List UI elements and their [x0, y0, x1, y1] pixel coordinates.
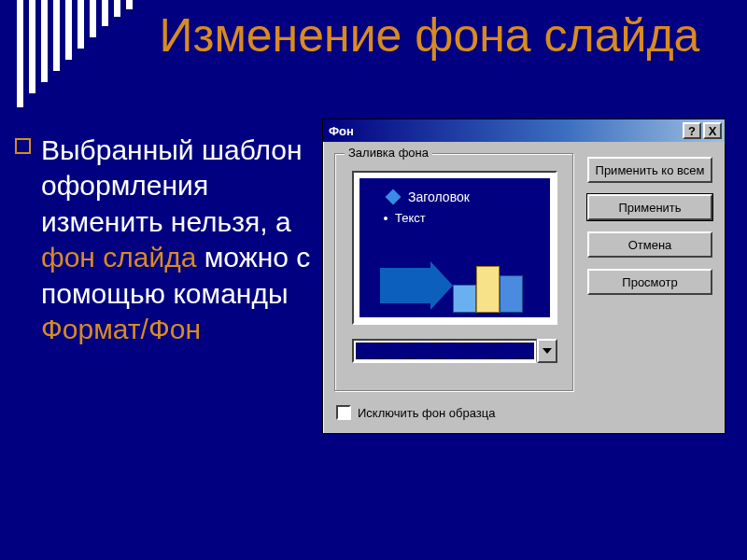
chevron-down-icon: [543, 348, 552, 354]
color-swatch: [352, 339, 537, 363]
apply-button[interactable]: Применить: [587, 194, 712, 220]
color-dropdown[interactable]: [352, 339, 557, 363]
text-highlight: Формат/Фон: [41, 314, 201, 344]
bar-icon: [476, 266, 500, 313]
bar-icon: [453, 285, 476, 313]
bullet-dot-icon: [384, 217, 388, 220]
slide-preview: Заголовок Текст: [352, 171, 557, 325]
arrow-head-icon: [430, 261, 453, 310]
dialog-titlebar[interactable]: Фон ? X: [323, 119, 725, 142]
dialog-title: Фон: [329, 124, 681, 138]
chart-graphic: [380, 247, 528, 313]
decorative-stripes: [17, 0, 148, 107]
bullet-marker-icon: [15, 138, 31, 154]
close-button[interactable]: X: [703, 122, 722, 139]
text-part: Выбранный шаблон оформления изменить нел…: [41, 134, 303, 237]
cancel-button[interactable]: Отмена: [587, 231, 712, 258]
checkbox-label: Исключить фон образца: [358, 406, 495, 420]
bar-icon: [500, 275, 523, 313]
bullet-text: Выбранный шаблон оформления изменить нел…: [41, 133, 314, 347]
preview-button[interactable]: Просмотр: [587, 269, 712, 295]
fill-groupbox: Заливка фона Заголовок Текст: [334, 153, 573, 391]
thumb-text: Текст: [395, 211, 426, 225]
diamond-icon: [386, 189, 402, 205]
apply-all-button[interactable]: Применить ко всем: [587, 157, 712, 183]
dialog-body: Заливка фона Заголовок Текст: [323, 142, 725, 433]
exclude-master-row: Исключить фон образца: [336, 405, 495, 420]
background-dialog: Фон ? X Заливка фона Заголовок Текст: [322, 119, 726, 434]
thumb-title: Заголовок: [408, 189, 470, 204]
groupbox-label: Заливка фона: [345, 146, 432, 160]
help-button[interactable]: ?: [683, 122, 701, 139]
text-highlight: фон слайда: [41, 242, 196, 273]
slide-title: Изменение фона слайда: [149, 11, 710, 61]
current-color: [356, 343, 534, 359]
presentation-slide: Изменение фона слайда Выбранный шаблон о…: [0, 0, 747, 560]
arrow-shape-icon: [380, 268, 430, 303]
slide-thumbnail: Заголовок Текст: [359, 178, 550, 317]
dropdown-arrow-button[interactable]: [537, 339, 557, 363]
bullet-item: Выбранный шаблон оформления изменить нел…: [15, 133, 314, 347]
exclude-master-checkbox[interactable]: [336, 405, 351, 420]
